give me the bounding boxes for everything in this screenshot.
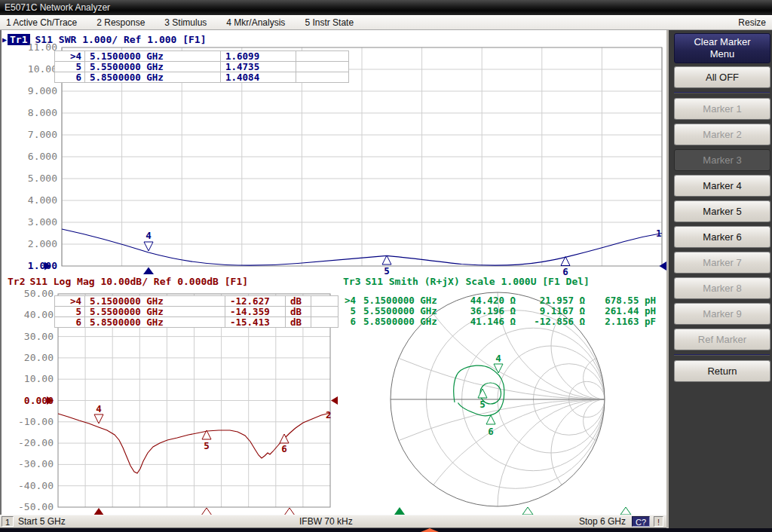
tr1-y-label: 6.000 (6, 151, 57, 163)
warning-indicator: ! (654, 516, 663, 527)
channel-indicator: 1 (2, 516, 14, 527)
menu-instr-state[interactable]: 5 Instr State (305, 17, 354, 28)
marker-number: 6 (55, 317, 85, 328)
marker-1-button: Marker 1 (674, 98, 770, 120)
tr3-badge: Tr3 (343, 276, 360, 287)
tr2-y-label: 30.00 (2, 331, 54, 343)
marker-number: 6 (55, 72, 85, 83)
table-row: 5 5.5500000 GHz -14.359 dB (55, 307, 339, 317)
title-bar: E5071C Network Analyzer (0, 0, 772, 15)
tr1-y-label: 11.00 (6, 41, 57, 54)
cal-status-badge: C? (632, 516, 650, 527)
stop-frequency: Stop 6 GHz (579, 516, 626, 527)
all-off-button[interactable]: All OFF (674, 66, 770, 88)
tr2-y-label: -20.00 (2, 437, 54, 449)
marker-number: 6 (341, 316, 356, 327)
marker-resistance: 41.146 Ω (451, 316, 516, 327)
menu-bar: 1 Active Ch/Trace 2 Response 3 Stimulus … (0, 15, 772, 30)
tr2-marker-table: >4 5.1500000 GHz -12.627 dB 5 5.5500000 … (54, 295, 339, 328)
tr1-y-label: 8.000 (6, 107, 57, 119)
tr1-title: S11 SWR 1.000/ Ref 1.000 [F1] (35, 34, 207, 45)
start-frequency: Start 5 GHz (18, 516, 66, 527)
ifbw-readout: IFBW 70 kHz (299, 516, 353, 527)
window-title: E5071C Network Analyzer (5, 2, 110, 13)
return-button[interactable]: Return (674, 360, 770, 382)
marker-number: 5 (55, 62, 85, 72)
marker-freq: 5.5500000 GHz (85, 307, 225, 317)
marker-number: 5 (341, 306, 356, 316)
tr1-y-label: 2.000 (6, 238, 57, 250)
tr1-y-label: 9.000 (6, 85, 57, 97)
tr3-header[interactable]: Tr3 S11 Smith (R+jX) Scale 1.000U [F1 De… (343, 275, 590, 287)
tr2-title: S11 Log Mag 10.00dB/ Ref 0.000dB [F1] (29, 276, 248, 287)
marker-resistance: 44.420 Ω (451, 295, 516, 306)
marker-unit: dB (286, 307, 311, 317)
marker-6-button[interactable]: Marker 6 (674, 226, 770, 248)
marker-7-button: Marker 7 (674, 252, 770, 274)
marker-value: 1.4084 (221, 72, 296, 83)
marker-3-button[interactable]: Marker 3 (674, 149, 770, 171)
marker-lc-value: 678.55 pH (585, 295, 656, 306)
table-row: 5 5.5500000 GHz 1.4735 (55, 62, 349, 72)
marker-number: >4 (55, 51, 85, 62)
tr2-header[interactable]: Tr2 S11 Log Mag 10.00dB/ Ref 0.000dB [F1… (8, 275, 248, 287)
softkey-sidebar: Clear Marker Menu All OFF Marker 1 Marke… (666, 30, 772, 532)
marker-freq: 5.1500000 GHz (85, 51, 221, 62)
tr2-y-label: 40.00 (2, 309, 54, 321)
marker-freq: 5.5500000 GHz (85, 62, 221, 72)
tr1-y-label: 3.000 (6, 216, 57, 228)
chart-area (0, 30, 666, 515)
marker-value: 1.6099 (221, 51, 296, 62)
table-row: 6 5.8500000 GHz 1.4084 (55, 72, 349, 83)
marker-value: 1.4735 (221, 62, 296, 72)
marker-unit: dB (286, 296, 311, 307)
marker-freq: 5.5500000 GHz (363, 306, 451, 316)
tr3-title: S11 Smith (R+jX) Scale 1.000U [F1 Del] (365, 276, 589, 287)
tr2-y-label: -50.00 (2, 501, 54, 513)
menu-active-ch-trace[interactable]: 1 Active Ch/Trace (6, 17, 77, 28)
ref-marker-button: Ref Marker (674, 329, 770, 350)
table-row: >4 5.1500000 GHz -12.627 dB (55, 296, 339, 307)
tr2-y-label: -40.00 (2, 480, 54, 492)
table-row: 6 5.8500000 GHz -15.413 dB (55, 317, 339, 328)
status-bar: 1 Start 5 GHz IFBW 70 kHz Stop 6 GHz C? … (0, 515, 666, 528)
list-item: 6 5.8500000 GHz 41.146 Ω -12.856 Ω 2.116… (341, 316, 656, 327)
softkey-separator (674, 354, 770, 356)
marker-freq: 5.8500000 GHz (85, 317, 225, 328)
marker-5-button[interactable]: Marker 5 (674, 200, 770, 222)
marker-4-button[interactable]: Marker 4 (674, 175, 770, 197)
marker-freq: 5.1500000 GHz (363, 295, 451, 306)
menu-stimulus[interactable]: 3 Stimulus (164, 17, 207, 28)
marker-value: -15.413 (225, 317, 286, 328)
marker-freq: 5.8500000 GHz (85, 72, 221, 83)
marker-extra (311, 317, 339, 328)
marker-value: -12.627 (225, 296, 286, 307)
marker-freq: 5.8500000 GHz (363, 316, 451, 327)
table-row: >4 5.1500000 GHz 1.6099 (55, 51, 349, 62)
tr2-y-label: -30.00 (2, 458, 54, 470)
softkey-menu-title-line1: Clear Marker (694, 36, 750, 48)
menu-resize[interactable]: Resize (738, 17, 766, 28)
marker-number: >4 (55, 296, 85, 307)
tr1-y-label: 7.000 (6, 129, 57, 141)
marker-unit (296, 72, 349, 83)
tr2-badge: Tr2 (8, 276, 25, 287)
marker-9-button: Marker 9 (674, 303, 770, 325)
softkey-menu-title-line2: Menu (710, 48, 735, 60)
marker-number: >4 (341, 295, 356, 306)
tr3-marker-readout: >4 5.1500000 GHz 44.420 Ω 21.957 Ω 678.5… (341, 295, 656, 327)
marker-lc-value: 261.44 pH (585, 306, 656, 316)
marker-reactance: -12.856 Ω (516, 316, 585, 327)
menu-response[interactable]: 2 Response (96, 17, 145, 28)
tr2-ref-level-label: 0.000 (2, 395, 54, 407)
marker-reactance: 9.1167 Ω (516, 306, 585, 316)
marker-lc-value: 2.1163 pF (585, 316, 656, 327)
tr2-y-label: 20.00 (2, 352, 54, 364)
tr2-y-label: 50.00 (2, 288, 54, 300)
taskbar-peek-icon (421, 528, 439, 532)
menu-mkr-analysis[interactable]: 4 Mkr/Analysis (226, 17, 285, 28)
marker-8-button: Marker 8 (674, 277, 770, 299)
softkey-separator (674, 92, 770, 93)
marker-extra (311, 296, 339, 307)
tr2-y-label: 10.00 (2, 373, 54, 385)
